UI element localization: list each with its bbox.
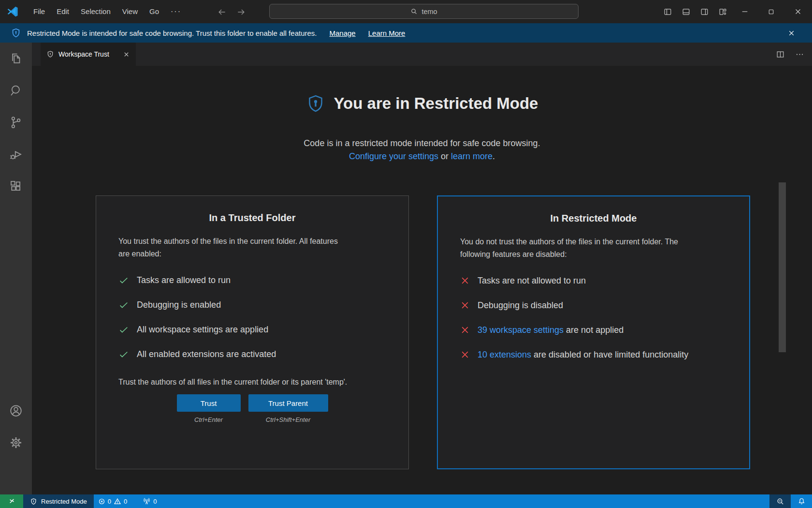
list-item: All enabled extensions are activated [118, 348, 386, 361]
problems-indicator[interactable]: 0 0 [94, 494, 131, 508]
settings-gear-icon[interactable] [0, 427, 32, 459]
titlebar: File Edit Selection View Go ··· temo [0, 0, 812, 23]
error-icon [98, 498, 105, 505]
restricted-card-description: You do not trust the authors of the file… [460, 236, 709, 261]
extensions-icon[interactable] [0, 170, 32, 202]
list-item: 39 workspace settings are not applied [460, 324, 727, 337]
trusted-card-title: In a Trusted Folder [118, 212, 386, 224]
menu-go[interactable]: Go [144, 0, 165, 23]
source-control-icon[interactable] [0, 106, 32, 138]
learn-more-link[interactable]: learn more [451, 151, 493, 161]
check-icon [118, 325, 129, 335]
search-icon[interactable] [0, 75, 32, 106]
trusted-feature-list: Tasks are allowed to run Debugging is en… [118, 274, 386, 361]
feature-text: Tasks are allowed to run [137, 274, 231, 287]
configure-settings-link[interactable]: Configure your settings [349, 151, 438, 161]
shield-icon [30, 498, 37, 505]
toggle-primary-sidebar-icon[interactable] [658, 0, 677, 23]
feature-text: 39 workspace settings are not applied [478, 324, 624, 337]
editor-tab-bar: Workspace Trust [32, 43, 812, 66]
feature-text: Debugging is disabled [478, 299, 563, 312]
status-restricted-mode[interactable]: Restricted Mode [23, 494, 94, 508]
extensions-link[interactable]: 10 extensions [478, 350, 531, 359]
ports-count: 0 [153, 498, 157, 505]
menu-view[interactable]: View [116, 0, 144, 23]
vscode-window: File Edit Selection View Go ··· temo [0, 0, 812, 508]
editor-actions [774, 43, 805, 66]
x-icon [460, 325, 470, 335]
command-center-search[interactable]: temo [269, 4, 579, 19]
navigate-back-icon[interactable] [216, 6, 228, 18]
restricted-feature-list: Tasks are not allowed to run Debugging i… [460, 274, 727, 361]
remote-indicator[interactable] [0, 494, 23, 508]
warning-icon [114, 497, 121, 505]
maximize-button[interactable] [758, 0, 784, 23]
list-item: All workspace settings are applied [118, 323, 386, 336]
subtitle-period: . [493, 151, 495, 161]
accounts-icon[interactable] [0, 395, 32, 427]
radio-tower-icon [143, 497, 151, 506]
trust-buttons-row: Trust Ctrl+Enter Trust Parent Ctrl+Shift… [118, 394, 386, 423]
toggle-panel-icon[interactable] [677, 0, 695, 23]
notifications-bell-icon[interactable] [791, 494, 812, 508]
trust-parent-shortcut: Ctrl+Shift+Enter [266, 416, 311, 423]
list-item: Tasks are not allowed to run [460, 274, 727, 287]
remote-icon [7, 497, 16, 506]
tab-label: Workspace Trust [58, 50, 118, 58]
banner-close-icon[interactable] [786, 28, 797, 38]
menu-file[interactable]: File [28, 0, 51, 23]
customize-layout-icon[interactable] [713, 0, 732, 23]
feature-text: Tasks are not allowed to run [478, 274, 586, 287]
trusted-card-description: You trust the authors of the files in th… [118, 235, 350, 260]
minimize-button[interactable] [732, 0, 758, 23]
tab-close-icon[interactable] [123, 51, 130, 58]
subtitle-line2: Configure your settings or learn more. [32, 150, 812, 163]
feature-text: Debugging is enabled [137, 299, 221, 312]
banner-manage-link[interactable]: Manage [330, 29, 356, 37]
x-icon [460, 276, 470, 285]
trust-button[interactable]: Trust [177, 394, 241, 412]
list-item: Debugging is enabled [118, 299, 386, 312]
restricted-card-title: In Restricted Mode [460, 213, 727, 224]
activity-bar-bottom [0, 395, 32, 459]
toggle-secondary-sidebar-icon[interactable] [695, 0, 713, 23]
activity-bar [0, 43, 32, 494]
command-center-text: temo [421, 8, 437, 15]
subtitle-line1: Code is in a restricted mode intended fo… [32, 137, 812, 150]
zoom-out-indicator[interactable] [769, 494, 791, 508]
status-bar: Restricted Mode 0 0 0 [0, 494, 812, 508]
page-title: You are in Restricted Mode [334, 94, 538, 113]
trust-parent-button[interactable]: Trust Parent [248, 394, 328, 412]
editor-scrollbar[interactable] [779, 182, 786, 352]
shield-icon [11, 28, 21, 38]
zoom-out-icon [776, 497, 784, 506]
error-count: 0 [108, 498, 111, 505]
trust-note: Trust the authors of all files in the cu… [118, 375, 386, 388]
list-item: 10 extensions are disabled or have limit… [460, 348, 727, 361]
menu-edit[interactable]: Edit [51, 0, 75, 23]
restricted-mode-label: Restricted Mode [41, 498, 87, 505]
banner-learn-more-link[interactable]: Learn More [368, 29, 406, 37]
feature-text: 10 extensions are disabled or have limit… [478, 348, 688, 361]
check-icon [118, 349, 129, 360]
menu-selection[interactable]: Selection [75, 0, 116, 23]
status-bar-right [769, 494, 812, 508]
list-item: Tasks are allowed to run [118, 274, 386, 287]
subtitle-or: or [438, 151, 451, 161]
workspace-settings-link[interactable]: 39 workspace settings [478, 325, 564, 335]
close-window-button[interactable] [784, 0, 812, 23]
trust-subtitle: Code is in a restricted mode intended fo… [32, 137, 812, 163]
split-editor-icon[interactable] [774, 48, 786, 60]
trust-shortcut: Ctrl+Enter [194, 416, 223, 423]
workspace-trust-shield-icon [306, 93, 325, 114]
tab-workspace-trust[interactable]: Workspace Trust [41, 43, 136, 66]
x-icon [460, 350, 470, 359]
run-debug-icon[interactable] [0, 138, 32, 170]
explorer-icon[interactable] [0, 43, 32, 75]
restricted-mode-banner: Restricted Mode is intended for safe cod… [0, 23, 812, 43]
restricted-mode-card: In Restricted Mode You do not trust the … [437, 195, 750, 469]
ports-indicator[interactable]: 0 [138, 494, 161, 508]
navigate-forward-icon[interactable] [235, 6, 247, 18]
menu-more-button[interactable]: ··· [165, 7, 187, 16]
more-actions-icon[interactable] [794, 48, 805, 60]
